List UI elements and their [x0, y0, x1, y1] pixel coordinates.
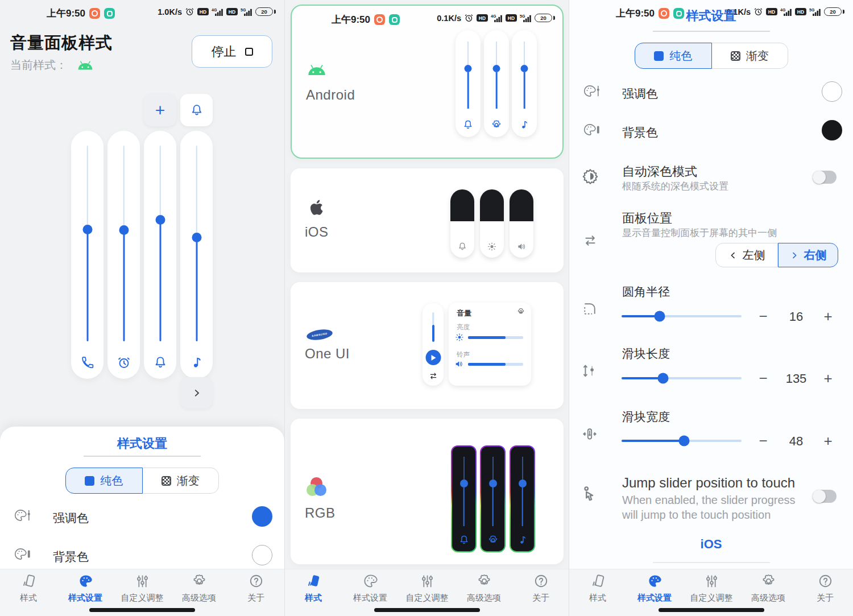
background-color-swatch[interactable]: [252, 545, 272, 565]
nav-item-style-settings[interactable]: 样式设置: [57, 573, 114, 603]
signal-4g-icon: 4G: [212, 7, 223, 16]
nav-item-advanced[interactable]: 高级选项: [171, 573, 227, 603]
alarm-volume-slider[interactable]: [107, 131, 140, 379]
slider-thumb[interactable]: [155, 215, 165, 225]
stop-button[interactable]: 停止: [192, 35, 272, 68]
notification-app-icon: [89, 8, 100, 19]
media-volume-slider[interactable]: [180, 131, 213, 379]
signal-5g-icon: 5G: [241, 7, 252, 16]
play-icon: [425, 350, 441, 365]
ios-section-header: iOS: [569, 537, 853, 552]
nav-item-style[interactable]: 样式: [569, 573, 626, 603]
nav-item-advanced[interactable]: 高级选项: [740, 573, 797, 603]
minus-button[interactable]: −: [756, 432, 771, 450]
preview-volume-panel: 音量 亮度 铃声: [449, 303, 531, 386]
tab-solid-color[interactable]: 纯色: [65, 468, 143, 494]
nav-item-style[interactable]: 样式: [0, 573, 57, 603]
divider: [653, 562, 770, 563]
gear-icon: [192, 573, 207, 589]
jump-slider-subtitle: When enabled, the slider progress will j…: [622, 493, 798, 522]
jump-slider-toggle[interactable]: [813, 490, 837, 503]
background-color-label: 背景色: [53, 549, 89, 565]
home-indicator[interactable]: [659, 608, 764, 612]
android-robot-icon: [306, 63, 328, 77]
style-card-ios[interactable]: iOS: [291, 168, 564, 272]
jump-slider-label: Jump slider position to touch: [622, 475, 795, 491]
nav-item-about[interactable]: 关于: [797, 573, 853, 603]
style-card-oneui[interactable]: SAMSUNG One UI 音量 亮度 铃声: [291, 282, 564, 409]
style-icon: [21, 573, 36, 589]
status-time: 上午9:50: [332, 13, 370, 26]
slider-thumb[interactable]: [192, 233, 201, 242]
accent-color-swatch[interactable]: [822, 81, 842, 102]
signal-5g-icon: 5G: [520, 13, 532, 23]
panel-position-label: 面板位置: [622, 210, 672, 227]
style-icon: [590, 573, 606, 589]
chevron-right-icon: [192, 388, 202, 398]
slider-length-slider[interactable]: [622, 377, 742, 379]
sliders-icon: [135, 573, 150, 589]
minus-button[interactable]: −: [756, 308, 771, 325]
slider-thumb[interactable]: [658, 373, 669, 384]
slider-width-slider[interactable]: [622, 440, 742, 442]
dark-mode-toggle[interactable]: [813, 171, 837, 184]
touch-jump-icon: [581, 485, 601, 504]
ring-mode-button[interactable]: [180, 94, 213, 126]
slider-thumb[interactable]: [82, 225, 92, 234]
plus-button[interactable]: +: [821, 432, 835, 450]
nav-item-style[interactable]: 样式: [285, 573, 342, 603]
position-left-button[interactable]: 左侧: [715, 243, 778, 267]
home-indicator[interactable]: [89, 608, 195, 612]
slider-thumb[interactable]: [119, 225, 129, 235]
nav-item-about[interactable]: 关于: [227, 573, 284, 603]
tab-gradient[interactable]: 渐变: [712, 43, 789, 69]
slider-thumb[interactable]: [655, 311, 665, 322]
background-color-swatch[interactable]: [822, 120, 842, 140]
slider-width-value: 48: [779, 434, 814, 449]
network-speed: 1.0K/s: [158, 7, 182, 16]
gear-icon: [477, 573, 492, 589]
nav-item-advanced[interactable]: 高级选项: [456, 573, 512, 603]
add-stream-button[interactable]: +: [144, 94, 176, 126]
slider-thumb[interactable]: [679, 436, 690, 447]
nav-item-style-settings[interactable]: 样式设置: [342, 573, 399, 603]
chevron-left-icon: [728, 251, 738, 260]
rgb-icon: [307, 477, 327, 497]
nav-item-about[interactable]: 关于: [512, 573, 569, 603]
background-color-label: 背景色: [622, 125, 658, 140]
svg-text:5G: 5G: [241, 8, 246, 12]
bell-icon: [190, 104, 204, 117]
solid-color-icon: [85, 476, 94, 486]
plus-button[interactable]: +: [821, 370, 835, 387]
slider-width-label: 滑块宽度: [622, 409, 670, 425]
nav-item-custom-adjust[interactable]: 自定义调整: [114, 573, 171, 603]
tab-solid-color[interactable]: 纯色: [635, 43, 712, 69]
accent-color-swatch[interactable]: [252, 506, 272, 527]
preview-slider: [450, 189, 474, 258]
position-right-button[interactable]: 右侧: [778, 243, 838, 267]
style-card-rgb[interactable]: RGB: [291, 419, 564, 564]
accent-color-label: 强调色: [622, 86, 658, 102]
plus-button[interactable]: +: [821, 308, 835, 325]
expand-button[interactable]: [180, 377, 213, 408]
nav-item-custom-adjust[interactable]: 自定义调整: [683, 573, 740, 603]
style-card-android[interactable]: 上午9:50 0.1K/s HD 4G HD 5G 20 Android: [291, 5, 564, 159]
music-icon: [519, 119, 530, 130]
call-volume-slider[interactable]: [71, 131, 103, 379]
tab-gradient[interactable]: 渐变: [143, 468, 220, 494]
battery-icon: 20: [255, 7, 273, 16]
preview-mini-slider: [423, 303, 444, 386]
corner-radius-slider[interactable]: [622, 315, 742, 317]
current-style-label: 当前样式：: [10, 57, 67, 73]
minus-button[interactable]: −: [756, 370, 771, 387]
card-name: RGB: [305, 505, 336, 521]
palette-icon: [647, 573, 662, 589]
nav-item-custom-adjust[interactable]: 自定义调整: [399, 573, 456, 603]
left-phone-screen: 上午9:50 1.0K/s HD 4G HD 5G 20 音量面板样式 当前样式…: [0, 0, 284, 616]
nav-item-style-settings[interactable]: 样式设置: [626, 573, 683, 603]
ring-volume-slider[interactable]: [144, 131, 176, 379]
page-title: 音量面板样式: [10, 32, 113, 55]
home-indicator[interactable]: [374, 608, 480, 612]
svg-text:5G: 5G: [520, 14, 525, 18]
dark-mode-icon: [581, 167, 599, 185]
